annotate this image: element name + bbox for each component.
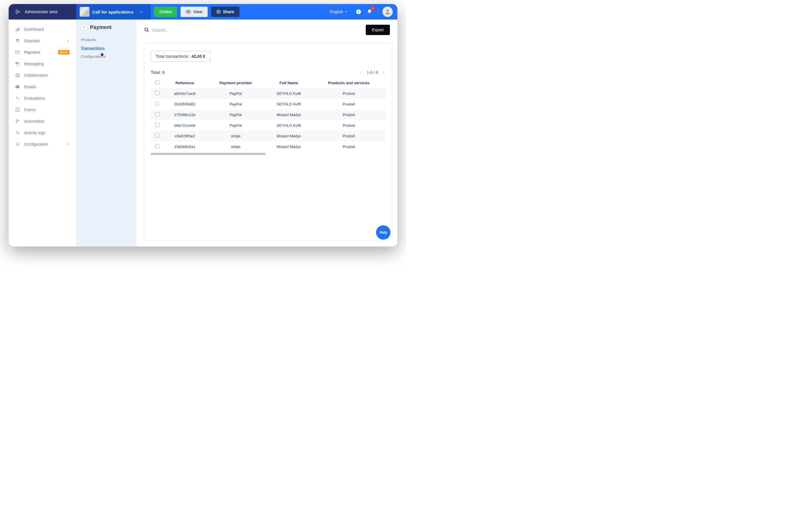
cell-fullname: Motard Maïlys <box>266 109 312 120</box>
total-transactions-box: Total transactions : 42,00 € <box>151 51 210 62</box>
page-range-label: 1-6 / 6 <box>367 70 378 75</box>
user-circle-icon <box>15 73 20 77</box>
topbar-main: Call for applications Online View Share <box>76 4 397 19</box>
svg-rect-12 <box>16 51 19 54</box>
sidebar-item-activity-logs[interactable]: Activity logs <box>9 127 76 138</box>
sidebar-item-deposits[interactable]: Deposits <box>9 35 76 46</box>
subpanel-item-products[interactable]: Products <box>81 35 132 44</box>
subpanel: Payment Products Transactions Configurat… <box>76 19 136 247</box>
row-checkbox[interactable] <box>155 123 159 127</box>
svg-rect-10 <box>18 27 19 31</box>
sidebar-item-evaluations[interactable]: Evaluations <box>9 92 76 104</box>
chevron-left-icon <box>83 26 85 29</box>
person-icon <box>384 8 391 15</box>
sidebar-item-dashboard[interactable]: Dashboard <box>9 24 76 35</box>
table-row[interactable]: 2b26550d62PayPalSETHLO KoffiProduit <box>151 99 386 109</box>
cell-provider: stripe <box>206 131 266 142</box>
horizontal-scrollbar[interactable] <box>151 153 266 155</box>
sidebar-item-label: Deposits <box>24 39 40 43</box>
online-button[interactable]: Online <box>154 6 177 17</box>
export-button[interactable]: Export <box>366 25 390 35</box>
search-input[interactable] <box>152 28 363 32</box>
svg-rect-15 <box>16 63 19 65</box>
help-button[interactable]: Help <box>376 225 390 240</box>
sidebar-item-label: Messaging <box>24 61 44 66</box>
sidebar: Dashboard Deposits Payment BETA Messagin… <box>9 19 76 247</box>
admin-area-label: Administrator area <box>25 10 58 14</box>
stars-icon <box>15 96 20 101</box>
cell-fullname: SETHLO Koffi <box>266 120 312 131</box>
language-label: English <box>330 10 343 14</box>
table-header-row: Reference Payment provider Full Name Pro… <box>151 77 386 88</box>
eye-icon <box>186 9 191 14</box>
project-thumbnail <box>79 7 89 17</box>
share-button[interactable]: Share <box>211 6 240 17</box>
sidebar-item-emails[interactable]: Emails <box>9 81 76 92</box>
page-prev-button[interactable] <box>359 71 363 74</box>
sidebar-item-label: Activity logs <box>24 131 45 135</box>
svg-line-27 <box>147 30 149 32</box>
table-row[interactable]: 270389c22ePayPalMotard MaïlysProduit <box>151 109 386 120</box>
svg-rect-18 <box>16 85 19 88</box>
branch-icon <box>15 119 20 123</box>
table-row[interactable]: b8a721ce0ePayPalSETHLO KoffiProduit <box>151 120 386 131</box>
col-provider[interactable]: Payment provider <box>206 77 266 88</box>
cell-reference: a824a71ac8 <box>164 88 206 99</box>
project-switcher[interactable]: Call for applications <box>76 4 151 19</box>
col-fullname[interactable]: Full Name <box>266 77 312 88</box>
select-all-checkbox[interactable] <box>155 80 159 85</box>
svg-point-1 <box>188 11 189 13</box>
row-checkbox[interactable] <box>155 134 159 138</box>
admin-area-link[interactable]: Administrator area <box>9 4 76 19</box>
cell-provider: PayPal <box>206 99 266 109</box>
project-label: Call for applications <box>92 10 133 14</box>
view-label: View <box>193 10 202 14</box>
row-checkbox[interactable] <box>155 91 159 95</box>
info-button[interactable] <box>354 7 363 16</box>
notifications-button[interactable]: 2 <box>365 7 374 16</box>
total-transactions-label: Total transactions : <box>156 54 190 59</box>
col-reference[interactable]: Reference <box>164 77 206 88</box>
col-products[interactable]: Products and services <box>312 77 386 88</box>
sidebar-item-payment[interactable]: Payment BETA <box>9 46 76 58</box>
online-label: Online <box>159 10 172 14</box>
sidebar-item-forms[interactable]: Forms <box>9 104 76 116</box>
svg-point-7 <box>387 10 389 12</box>
page-next-button[interactable] <box>382 71 386 74</box>
svg-rect-8 <box>16 29 17 31</box>
cell-fullname: SETHLO Koffi <box>266 99 312 109</box>
user-avatar[interactable] <box>382 6 393 17</box>
svg-marker-20 <box>18 98 19 100</box>
view-button[interactable]: View <box>180 6 207 17</box>
subpanel-item-configurations[interactable]: Configurations <box>81 52 132 61</box>
sidebar-item-messaging[interactable]: Messaging <box>9 58 76 70</box>
sidebar-item-automation[interactable]: Automation <box>9 116 76 127</box>
transactions-table: Reference Payment provider Full Name Pro… <box>151 77 386 152</box>
total-transactions-value: 42,00 € <box>191 54 205 59</box>
cell-product: Produit <box>312 120 386 131</box>
sidebar-item-collaborators[interactable]: Collaborators <box>9 70 76 81</box>
export-label: Export <box>372 28 383 32</box>
subpanel-item-transactions[interactable]: Transactions <box>81 44 132 52</box>
svg-point-22 <box>16 119 17 120</box>
table-row[interactable]: c9a029f5e2stripeMotard MaïlysProduit <box>151 131 386 142</box>
cell-reference: b8a721ce0e <box>164 120 206 131</box>
back-button[interactable] <box>81 24 87 30</box>
check-square-icon <box>15 107 20 112</box>
table-row[interactable]: a824a71ac8PayPalSETHLO KoffiProduit <box>151 88 386 99</box>
row-checkbox[interactable] <box>155 144 159 148</box>
language-switcher[interactable]: English <box>330 10 348 14</box>
row-checkbox[interactable] <box>155 102 159 106</box>
cell-reference: 270389c22e <box>164 109 206 120</box>
svg-marker-3 <box>345 11 347 12</box>
cell-provider: PayPal <box>206 109 266 120</box>
sidebar-item-label: Collaborators <box>24 73 48 77</box>
sidebar-item-label: Dashboard <box>24 27 44 32</box>
svg-point-26 <box>145 28 148 31</box>
sidebar-item-configuration[interactable]: Configuration <box>9 138 76 150</box>
table-row[interactable]: 15b0e8c5a1stripeMotard MaïlysProduit <box>151 142 386 152</box>
total-count: Total: 6 <box>151 70 164 75</box>
transactions-panel: Total transactions : 42,00 € Total: 6 1-… <box>144 43 392 241</box>
sidebar-item-label: Forms <box>24 107 36 112</box>
row-checkbox[interactable] <box>155 112 159 116</box>
